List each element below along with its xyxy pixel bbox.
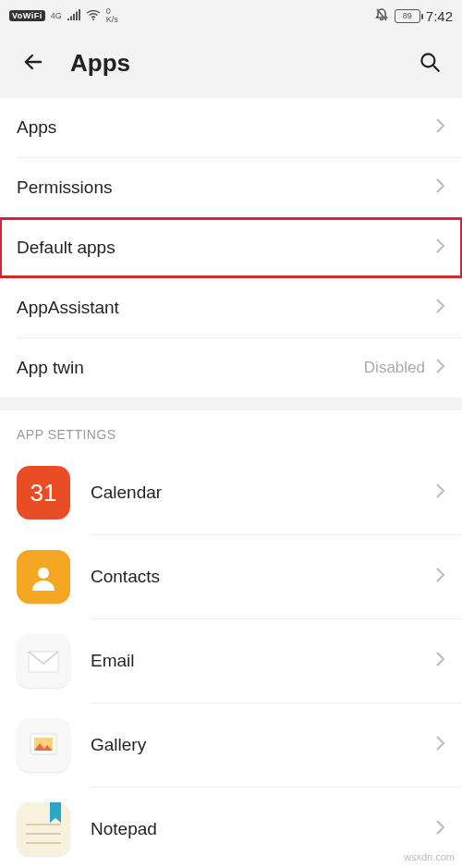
row-value: Disabled xyxy=(364,359,425,377)
chevron-right-icon xyxy=(434,237,445,259)
chevron-right-icon xyxy=(434,177,445,199)
section-header: APP SETTINGS xyxy=(0,410,462,451)
email-icon xyxy=(17,634,70,688)
watermark: wsxdn.com xyxy=(404,851,455,862)
row-label: Default apps xyxy=(17,238,434,258)
back-button[interactable] xyxy=(17,45,50,81)
app-label: Notepad xyxy=(91,819,414,839)
gallery-icon xyxy=(17,718,70,772)
chevron-right-icon xyxy=(434,566,445,588)
chevron-right-icon xyxy=(434,482,445,504)
app-row-notepad[interactable]: Notepad xyxy=(0,788,462,868)
app-label: Contacts xyxy=(91,567,414,587)
svg-point-0 xyxy=(92,18,94,20)
row-label: AppAssistant xyxy=(17,298,434,318)
speed-unit: K/s xyxy=(106,16,118,24)
row-label: Apps xyxy=(17,117,434,138)
network-type: 4G xyxy=(51,12,62,20)
row-label: App twin xyxy=(17,358,364,378)
search-icon xyxy=(418,63,442,77)
app-row-calendar[interactable]: 31 Calendar xyxy=(0,451,462,534)
arrow-left-icon xyxy=(20,64,46,78)
network-speed: 0 K/s xyxy=(106,7,118,24)
chevron-right-icon xyxy=(434,116,445,139)
clock: 7:42 xyxy=(426,8,453,24)
battery-indicator: 89 xyxy=(395,9,420,23)
status-right: 89 7:42 xyxy=(374,7,453,25)
row-apps[interactable]: Apps xyxy=(0,98,462,157)
app-label: Calendar xyxy=(91,483,414,503)
chevron-right-icon xyxy=(434,650,445,672)
row-default-apps[interactable]: Default apps xyxy=(0,218,462,277)
row-label: Permissions xyxy=(17,177,434,198)
row-appassistant[interactable]: AppAssistant xyxy=(0,278,462,337)
app-row-gallery[interactable]: Gallery xyxy=(0,703,462,787)
status-left: VoWiFi 4G 0 K/s xyxy=(9,7,118,24)
app-label: Email xyxy=(91,651,414,671)
search-button[interactable] xyxy=(414,46,445,80)
chevron-right-icon xyxy=(434,734,445,756)
app-settings-list: 31 Calendar Contacts Email Gallery xyxy=(0,451,462,868)
dnd-icon xyxy=(374,7,389,25)
chevron-right-icon xyxy=(434,357,445,379)
contacts-icon xyxy=(17,550,70,604)
page-header: Apps xyxy=(0,31,462,98)
calendar-icon: 31 xyxy=(17,466,70,520)
status-bar: VoWiFi 4G 0 K/s 89 7:42 xyxy=(0,0,462,31)
wifi-icon xyxy=(86,9,101,23)
svg-point-1 xyxy=(421,54,434,67)
notepad-icon xyxy=(17,802,70,856)
svg-point-2 xyxy=(38,568,49,579)
app-label: Gallery xyxy=(91,735,414,755)
app-row-email[interactable]: Email xyxy=(0,619,462,703)
signal-bars-icon xyxy=(67,9,80,23)
chevron-right-icon xyxy=(434,818,445,840)
app-row-contacts[interactable]: Contacts xyxy=(0,535,462,618)
battery-level: 89 xyxy=(403,11,412,20)
chevron-right-icon xyxy=(434,297,445,319)
page-title: Apps xyxy=(70,49,394,78)
row-permissions[interactable]: Permissions xyxy=(0,158,462,217)
svg-rect-5 xyxy=(17,802,70,856)
row-app-twin[interactable]: App twin Disabled xyxy=(0,338,462,397)
vowifi-badge: VoWiFi xyxy=(9,10,45,21)
section-gap xyxy=(0,397,462,410)
settings-list: Apps Permissions Default apps AppAssista… xyxy=(0,98,462,397)
calendar-date: 31 xyxy=(30,479,57,507)
